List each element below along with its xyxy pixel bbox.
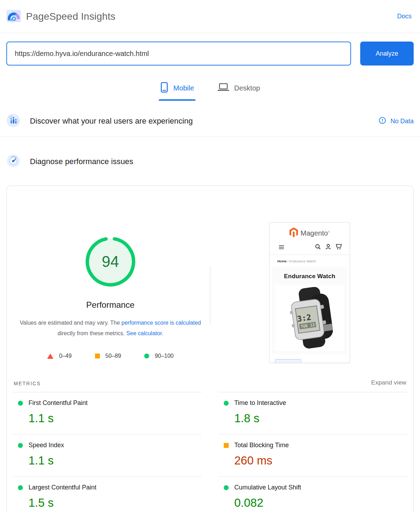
metric-speed-index: Speed Index 1.1 s [12, 435, 202, 477]
desktop-laptop-icon [217, 82, 229, 94]
metric-value: 1.1 s [28, 412, 201, 425]
performance-score: 94 [85, 236, 136, 287]
good-circle-icon [18, 443, 23, 448]
url-input[interactable] [6, 42, 351, 65]
pagespeed-logo-icon [6, 8, 21, 25]
metric-largest-contentful-paint: Largest Contentful Paint 1.5 s [12, 477, 202, 512]
no-data-label: No Data [390, 118, 414, 125]
metric-cumulative-layout-shift: Cumulative Layout Shift 0.082 [218, 477, 408, 512]
legend-fail-range: 0–49 [59, 353, 72, 359]
mini-product-title: Endurance Watch [272, 273, 348, 280]
metric-value: 0.082 [234, 496, 406, 510]
cart-icon [336, 244, 342, 251]
tab-mobile-label: Mobile [173, 84, 194, 92]
expand-view-row: Expand view [218, 376, 408, 392]
mini-breadcrumb: Home / Endurance Watch [269, 255, 350, 267]
tab-mobile[interactable]: Mobile [159, 80, 196, 101]
product-image: 3:2 TUE 13 [275, 285, 344, 351]
final-screenshot-thumbnail[interactable]: Magento® [269, 222, 350, 363]
metrics-heading: METRICS [14, 381, 41, 386]
svg-text:3:2: 3:2 [297, 312, 312, 323]
good-circle-icon [144, 354, 149, 358]
diagnose-gauge-icon [6, 154, 20, 169]
disclaimer-text: Values are estimated and may vary. The [20, 320, 121, 326]
mini-toolbar [269, 239, 350, 255]
mini-product-panel: Endurance Watch [272, 267, 348, 355]
mobile-phone-icon [160, 82, 168, 94]
performance-gauge-block: 94 Performance Values are estimated and … [11, 186, 210, 363]
real-users-icon [6, 113, 20, 129]
good-circle-icon [224, 485, 229, 490]
field-data-title: Discover what your real users are experi… [30, 117, 193, 126]
metric-value: 1.8 s [234, 412, 406, 425]
account-icon [325, 244, 331, 251]
legend-average-range: 50–89 [106, 353, 121, 359]
docs-link[interactable]: Docs [397, 13, 412, 20]
metrics-grid: METRICS Expand view First Contentful Pai… [11, 376, 409, 512]
average-square-icon [224, 443, 229, 448]
metric-value: 260 ms [234, 454, 406, 467]
brand: PageSpeed Insights [6, 8, 115, 25]
metric-time-to-interactive: Time to Interactive 1.8 s [218, 392, 408, 435]
legend-average: 50–89 [95, 353, 121, 359]
magento-mark-icon [289, 227, 298, 239]
good-circle-icon [224, 401, 229, 406]
search-icon [315, 244, 321, 251]
metric-value: 1.5 s [28, 496, 201, 510]
url-bar: Analyze [0, 33, 420, 65]
analyze-button[interactable]: Analyze [360, 42, 414, 65]
diagnose-title: Diagnose performance issues [30, 157, 133, 166]
active-tab-indicator [159, 99, 196, 101]
tab-desktop-label: Desktop [234, 84, 260, 92]
app-title: PageSpeed Insights [26, 11, 115, 22]
info-circle-icon [378, 117, 386, 126]
good-circle-icon [18, 485, 23, 490]
expand-view-link[interactable]: Expand view [371, 379, 406, 386]
see-calculator-link[interactable]: See calculator. [126, 330, 163, 336]
diagnose-section: Diagnose performance issues [0, 146, 420, 177]
score-disclaimer: Values are estimated and may vary. The p… [19, 318, 202, 339]
legend-fail: 0–49 [47, 353, 72, 359]
mini-partial-button [275, 359, 301, 363]
metric-total-blocking-time: Total Blocking Time 260 ms [218, 435, 408, 477]
average-square-icon [95, 354, 100, 358]
no-data-status[interactable]: No Data [378, 117, 414, 126]
good-circle-icon [18, 401, 23, 406]
field-data-section: Discover what your real users are experi… [0, 106, 420, 137]
score-calc-link[interactable]: performance score is calculated [121, 320, 201, 326]
magento-wordmark: Magento® [300, 229, 330, 237]
app-header: PageSpeed Insights Docs [0, 0, 420, 33]
metric-first-contentful-paint: First Contentful Paint 1.1 s [12, 392, 202, 435]
legend-good: 90–100 [144, 353, 173, 359]
device-tabs: Mobile Desktop [0, 80, 420, 101]
performance-summary: 94 Performance Values are estimated and … [11, 186, 409, 363]
performance-gauge[interactable]: 94 [85, 236, 136, 287]
tab-desktop[interactable]: Desktop [216, 80, 261, 101]
lighthouse-report-card: 94 Performance Values are estimated and … [6, 186, 414, 512]
magento-logo: Magento® [269, 227, 350, 239]
final-screenshot-block: Magento® [210, 186, 409, 363]
metric-value: 1.1 s [28, 454, 201, 467]
fail-triangle-icon [47, 354, 53, 359]
metrics-heading-row: METRICS [12, 376, 202, 392]
performance-label: Performance [86, 300, 134, 310]
score-legend: 0–49 50–89 90–100 [47, 353, 173, 359]
legend-good-range: 90–100 [155, 353, 173, 359]
hamburger-menu-icon [279, 244, 284, 251]
disclaimer-text: directly from these metrics. [57, 330, 126, 336]
